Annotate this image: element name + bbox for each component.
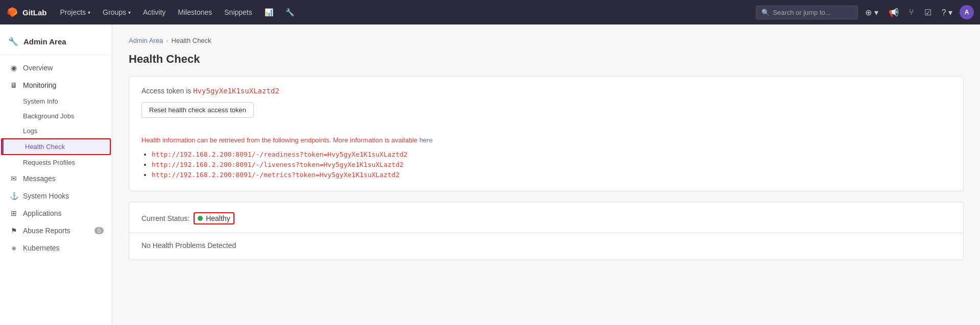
admin-wrench-icon: 🔧 <box>8 37 18 46</box>
page-wrapper: 🔧 Admin Area ◉ Overview 🖥 Monitoring Sys… <box>0 24 980 325</box>
gitlab-icon <box>6 6 18 18</box>
no-problems-text: No Health Problems Detected <box>129 235 963 260</box>
status-section: Current Status: Healthy <box>129 202 963 224</box>
sidebar-item-logs[interactable]: Logs <box>0 123 112 138</box>
main-content: Admin Area › Health Check Health Check A… <box>112 24 980 325</box>
breadcrumb-admin-link[interactable]: Admin Area <box>129 37 163 44</box>
sidebar-sub-label: Background Jobs <box>23 112 74 120</box>
info-text: Health information can be retrieved from… <box>129 136 963 144</box>
nav-groups[interactable]: Groups ▾ <box>98 5 136 19</box>
sidebar-item-background-jobs[interactable]: Background Jobs <box>0 109 112 123</box>
status-dot <box>198 216 203 221</box>
applications-icon: ⊞ <box>10 209 18 217</box>
brand-logo[interactable]: GitLab <box>6 6 47 18</box>
divider <box>129 233 963 233</box>
abuse-icon: ⚑ <box>10 227 18 235</box>
access-token-card-body: Access token is Hvy5gyXe1K1suXLaztd2 Res… <box>129 77 963 128</box>
list-item: http://192.168.2.200:8091/-/liveness?tok… <box>152 160 951 168</box>
help-button[interactable]: ? ▾ <box>939 5 955 20</box>
sidebar-item-overview[interactable]: ◉ Overview <box>0 59 112 77</box>
navbar: GitLab Projects ▾ Groups ▾ Activity Mile… <box>0 0 980 24</box>
list-item: http://192.168.2.200:8091/-/readiness?to… <box>152 150 951 158</box>
status-value: Healthy <box>206 214 230 222</box>
hooks-icon: ⚓ <box>10 192 18 200</box>
messages-icon: ✉ <box>10 174 18 183</box>
search-box[interactable]: 🔍 Search or jump to... <box>756 6 858 19</box>
sidebar-item-system-info[interactable]: System Info <box>0 94 112 109</box>
navbar-right: 🔍 Search or jump to... ⊕ ▾ 📢 ⑂ ☑ ? ▾ A <box>756 5 974 20</box>
wrench-icon: 🔧 <box>285 8 294 16</box>
sidebar-item-label: Kubernetes <box>23 244 60 252</box>
issue-button[interactable]: ☑ <box>921 5 935 20</box>
broadcast-button[interactable]: 📢 <box>886 5 902 20</box>
list-item: http://192.168.2.200:8091/-/metrics?toke… <box>152 170 951 179</box>
breadcrumb-separator: › <box>166 37 168 44</box>
abuse-reports-badge: 0 <box>94 227 104 234</box>
search-icon: 🔍 <box>761 9 770 16</box>
status-label: Current Status: <box>141 214 189 222</box>
endpoint-liveness-link[interactable]: http://192.168.2.200:8091/-/liveness?tok… <box>152 161 403 168</box>
kubernetes-icon: ⎈ <box>10 244 18 252</box>
sidebar-item-label: Abuse Reports <box>23 227 70 235</box>
sidebar-sub-label: System Info <box>23 97 58 105</box>
reset-token-button[interactable]: Reset health check access token <box>141 102 254 118</box>
endpoint-metrics-link[interactable]: http://192.168.2.200:8091/-/metrics?toke… <box>152 171 399 179</box>
endpoints-list: http://192.168.2.200:8091/-/readiness?to… <box>129 150 963 191</box>
more-info-link[interactable]: here <box>419 136 433 144</box>
chart-icon: 📊 <box>265 8 273 16</box>
brand-name: GitLab <box>22 8 47 17</box>
page-title: Health Check <box>129 53 964 66</box>
sidebar-header: 🔧 Admin Area <box>0 33 112 55</box>
sidebar-item-requests-profiles[interactable]: Requests Profiles <box>0 155 112 170</box>
nav-milestones[interactable]: Milestones <box>173 5 217 19</box>
sidebar-item-label: Monitoring <box>23 81 56 89</box>
monitoring-icon: 🖥 <box>10 81 18 89</box>
sidebar-item-system-hooks[interactable]: ⚓ System Hooks <box>0 187 112 205</box>
access-token-card: Access token is Hvy5gyXe1K1suXLaztd2 Res… <box>129 76 964 191</box>
sidebar-item-label: Overview <box>23 64 53 72</box>
overview-icon: ◉ <box>10 64 18 72</box>
sidebar-item-label: System Hooks <box>23 192 69 200</box>
sidebar-item-abuse-reports[interactable]: ⚑ Abuse Reports 0 <box>0 222 112 239</box>
chevron-down-icon: ▾ <box>88 10 90 15</box>
sidebar-item-label: Messages <box>23 174 56 183</box>
nav-activity[interactable]: Activity <box>138 5 171 19</box>
sidebar-item-messages[interactable]: ✉ Messages <box>0 170 112 187</box>
sidebar-item-kubernetes[interactable]: ⎈ Kubernetes <box>0 239 112 257</box>
nav-wrench-icon[interactable]: 🔧 <box>280 5 299 19</box>
sidebar-sub-label: Health Check <box>25 143 65 151</box>
status-highlight: Healthy <box>194 212 234 224</box>
sidebar-item-health-check[interactable]: Health Check <box>2 139 110 154</box>
endpoint-readiness-link[interactable]: http://192.168.2.200:8091/-/readiness?to… <box>152 151 408 158</box>
nav-snippets[interactable]: Snippets <box>219 5 257 19</box>
avatar[interactable]: A <box>960 5 974 19</box>
sidebar-sub-label: Logs <box>23 127 37 135</box>
nav-projects[interactable]: Projects ▾ <box>55 5 96 19</box>
sidebar-title: Admin Area <box>23 37 66 46</box>
nav-items: Projects ▾ Groups ▾ Activity Milestones … <box>55 5 756 19</box>
status-card: Current Status: Healthy No Health Proble… <box>129 202 964 260</box>
nav-chart-icon[interactable]: 📊 <box>259 5 278 19</box>
sidebar-sub-label: Requests Profiles <box>23 159 75 166</box>
status-row: Current Status: Healthy <box>141 212 951 224</box>
access-token-text: Access token is Hvy5gyXe1K1suXLaztd2 <box>141 87 951 95</box>
access-token-value: Hvy5gyXe1K1suXLaztd2 <box>193 87 279 95</box>
sidebar-item-applications[interactable]: ⊞ Applications <box>0 205 112 222</box>
chevron-down-icon: ▾ <box>128 10 131 15</box>
sidebar-item-label: Applications <box>23 209 62 217</box>
health-check-wrapper: Health Check <box>1 138 111 155</box>
plus-button[interactable]: ⊕ ▾ <box>862 5 881 20</box>
merge-request-button[interactable]: ⑂ <box>906 5 917 20</box>
breadcrumb: Admin Area › Health Check <box>129 37 964 44</box>
breadcrumb-current: Health Check <box>172 37 211 44</box>
sidebar: 🔧 Admin Area ◉ Overview 🖥 Monitoring Sys… <box>0 24 112 325</box>
sidebar-item-monitoring[interactable]: 🖥 Monitoring <box>0 77 112 94</box>
